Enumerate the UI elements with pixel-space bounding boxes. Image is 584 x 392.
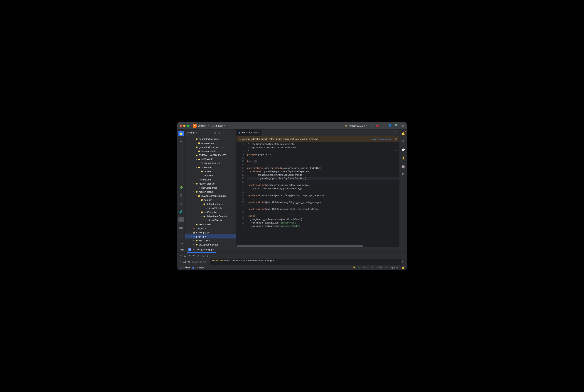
database-tool-icon[interactable]: ▤ — [178, 193, 184, 198]
rerun-icon[interactable]: ↻ — [180, 254, 182, 257]
tree-item[interactable]: ≡inputFiles.lst — [185, 206, 236, 210]
breadcrumb[interactable]: ▢ JspTest › ▣ jasper.jar — [180, 266, 204, 269]
build-result[interactable]: ✓ JspTest 1 sec, 581 ms — [180, 258, 206, 265]
debug-tool-icon[interactable]: 🧪 — [178, 209, 184, 214]
more-actions-icon[interactable]: ⋮ — [382, 124, 386, 128]
editor-tab[interactable]: ◆ index_jsp.java × — [236, 130, 261, 136]
chevron-icon[interactable]: ▸ — [192, 240, 195, 242]
database-icon[interactable]: 🗄 — [401, 139, 406, 144]
options-icon[interactable]: ⋮ — [227, 131, 230, 134]
print-icon[interactable]: 🖨 — [201, 254, 204, 257]
tree-item[interactable]: ▾📁WEB-INF — [185, 165, 236, 170]
tree-item[interactable]: ▾📁default-testCompile — [185, 214, 236, 218]
minimize-window-button[interactable] — [183, 125, 185, 127]
code-area[interactable]: 678910›111415161718192021222324252627282… — [236, 142, 399, 245]
chevron-icon[interactable]: ▾ — [192, 183, 195, 184]
horizontal-scrollbar[interactable] — [236, 245, 399, 246]
code-content[interactable]: * the last modified time of the source f… — [246, 142, 399, 245]
notifications-icon[interactable]: 🔔 — [401, 131, 406, 136]
commit-tool-icon[interactable]: ● — [178, 139, 184, 144]
tab-actions-icon[interactable]: ⋮ — [392, 131, 399, 134]
tree-item[interactable]: ⓂMANIFEST.MF — [185, 161, 236, 165]
export-icon[interactable]: ↗ — [197, 254, 199, 257]
chevron-icon[interactable]: ▾ — [195, 166, 198, 168]
tree-item[interactable]: 📁test-annotations — [185, 149, 236, 153]
tree-item[interactable]: ▾📁generated-test-sources — [185, 145, 236, 149]
vcs-branch[interactable]: ⎇ master ▾ — [212, 124, 225, 127]
readonly-icon[interactable]: ⊘ — [385, 266, 387, 269]
collapse-all-icon[interactable]: ⌃ — [222, 131, 225, 134]
copilot-icon[interactable]: 🤖 — [401, 164, 406, 169]
tree-item[interactable]: ▾📁maven-status — [185, 190, 236, 194]
run-tab[interactable]: Run — [180, 248, 184, 251]
caret-position[interactable]: 18:64 — [363, 266, 368, 269]
tree-item[interactable]: ▾📁maven-compiler-plugin — [185, 194, 236, 198]
project-name[interactable]: JspTest — [198, 124, 206, 127]
expand-all-icon[interactable]: ⇅ — [218, 131, 221, 134]
line-separator[interactable]: LF — [371, 266, 373, 269]
tree-item[interactable]: ☕index_jsp.java — [185, 230, 236, 234]
inspections-off-badge[interactable]: OFF — [393, 150, 397, 152]
problems-tool-icon[interactable]: ⚠ — [178, 233, 184, 238]
tree-item[interactable]: ▾📁testCompile — [185, 210, 236, 214]
run-tool-icon[interactable]: ▷ — [178, 217, 184, 222]
more-tool-icon[interactable]: ⋯ — [178, 164, 184, 169]
remote-icon[interactable]: 🖥 — [401, 172, 406, 177]
run-button[interactable]: ▷ — [369, 124, 373, 128]
tree-item[interactable]: ▾📁JSPTest-1.0-SNAPSHOT — [185, 153, 236, 157]
project-tree[interactable]: ▾📁generated-sources📁annotations▾📁generat… — [185, 136, 236, 246]
tree-item[interactable]: ≡inputFiles.lst — [185, 218, 236, 222]
tree-item[interactable]: 📁annotations — [185, 141, 236, 145]
more-icon[interactable]: ⋮ — [206, 254, 209, 257]
stop-icon[interactable]: ■ — [188, 254, 190, 257]
services-tool-icon[interactable]: ▷ — [178, 201, 184, 206]
search-icon[interactable]: 🔍 — [394, 124, 398, 128]
chevron-icon[interactable]: ▸ — [192, 244, 195, 246]
close-tab-icon[interactable]: × — [258, 131, 259, 134]
tree-item[interactable]: ▾📁maven-archiver — [185, 182, 236, 186]
chevron-icon[interactable]: ▾ — [198, 199, 200, 201]
tree-item[interactable]: ▾▣jasper.jar — [185, 234, 236, 238]
bookmarks-tool-icon[interactable]: ▫ — [178, 155, 184, 160]
chevron-icon[interactable]: ▾ — [195, 195, 198, 197]
run-configuration[interactable]: ⚙ Tomcat 10.1.23 ▾ — [345, 124, 367, 127]
ai-chat-icon[interactable]: 💬 — [401, 147, 406, 152]
tree-item[interactable]: JSPindex.jsp — [185, 178, 236, 182]
move-to-source-root-link[interactable]: Move to source root — [372, 138, 391, 140]
tree-item[interactable]: web.xml — [185, 174, 236, 178]
chevron-icon[interactable]: ▾ — [200, 203, 203, 205]
vcs-tool-icon[interactable]: ⎇ — [178, 242, 184, 246]
tree-item[interactable]: ▾📁generated-sources — [185, 137, 236, 141]
warning-settings-icon[interactable]: ⚙ — [395, 138, 397, 140]
maven-icon[interactable]: m — [401, 180, 406, 185]
ai-icon[interactable]: ✨ — [401, 155, 406, 160]
tree-item[interactable]: ▸📁META-INF — [185, 238, 236, 242]
encoding[interactable]: UTF-8 — [376, 266, 382, 269]
ai-tool-icon[interactable]: 🧩 — [178, 184, 184, 190]
build-tab[interactable]: m JspTest [package] × — [187, 247, 216, 253]
chevron-down-icon[interactable]: ▾ — [196, 132, 197, 134]
select-opened-icon[interactable]: ◎ — [213, 131, 216, 134]
close-window-button[interactable] — [180, 125, 182, 127]
debug-button[interactable]: 🐞 — [376, 124, 379, 128]
chevron-icon[interactable]: ▾ — [192, 154, 195, 156]
chevron-icon[interactable]: ▾ — [200, 215, 203, 217]
toggle-view-icon[interactable]: 👁 — [192, 254, 195, 257]
chevron-icon[interactable]: ▾ — [198, 211, 200, 213]
tree-item[interactable]: ▾📁default-compile — [185, 202, 236, 206]
tree-item[interactable]: 📁test-classes — [185, 222, 236, 226]
project-tool-icon[interactable]: 📁 — [178, 131, 184, 136]
build-log[interactable]: [WARNING] Plugin validation issues were … — [210, 258, 401, 265]
ai-status-icon[interactable]: ✨ — [353, 266, 355, 269]
lock-icon[interactable]: 🔒 — [402, 266, 404, 269]
structure-tool-icon[interactable]: ⊞ — [178, 147, 184, 152]
chevron-icon[interactable]: ▾ — [192, 138, 195, 140]
chevron-down-icon[interactable]: ▾ — [208, 125, 209, 127]
filter-icon[interactable]: ⊟ — [184, 254, 186, 257]
maximize-window-button[interactable] — [187, 125, 189, 127]
tree-item[interactable]: ⊘.gitignore — [185, 226, 236, 230]
expand-log-icon[interactable]: › — [401, 260, 404, 263]
indent[interactable]: 2 spaces* — [389, 266, 399, 269]
hide-icon[interactable]: − — [231, 131, 234, 134]
tree-item[interactable]: ⚙pom.properties — [185, 186, 236, 190]
